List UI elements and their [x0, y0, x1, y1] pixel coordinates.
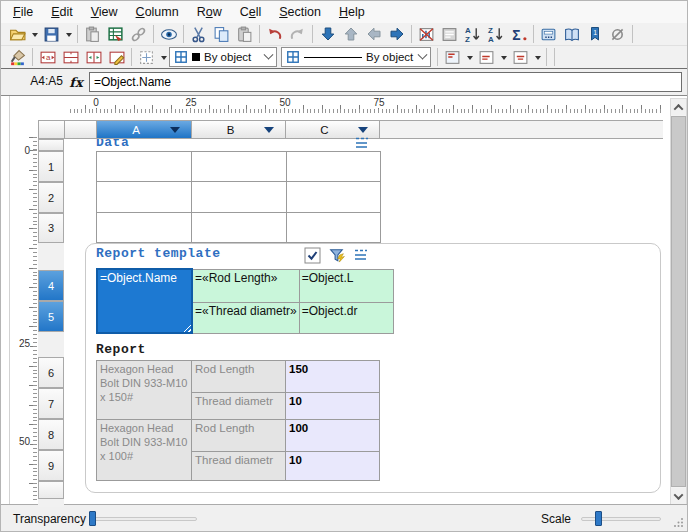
template-cell-object-dr[interactable]: =Object.dr	[299, 302, 393, 333]
row-header-4[interactable]: 4	[38, 270, 64, 301]
paste-special-button[interactable]	[81, 24, 104, 44]
scale-slider-handle[interactable]	[595, 511, 602, 526]
move-right-button[interactable]	[385, 24, 408, 44]
report-param-value[interactable]: 150	[286, 361, 380, 393]
checkbox-checked-icon[interactable]	[304, 247, 321, 264]
reference-book-button[interactable]	[560, 24, 583, 44]
undo-button[interactable]	[263, 24, 286, 44]
align-middle-center-button[interactable]	[509, 47, 532, 67]
sort-descending-button[interactable]: ZA	[484, 24, 507, 44]
open-dropdown[interactable]	[29, 24, 40, 44]
scroll-up-button[interactable]	[671, 99, 686, 115]
menu-view[interactable]: View	[82, 2, 127, 22]
resize-grip-icon[interactable]	[673, 517, 684, 528]
open-button[interactable]	[6, 24, 29, 44]
scrollbar-thumb[interactable]	[671, 116, 686, 487]
template-cell-rod-length-label[interactable]: =«Rod Length»	[192, 269, 299, 302]
report-object-cell[interactable]: Hexagon Head Bolt DIN 933-M10 x 100#	[97, 420, 192, 481]
fit-text-button[interactable]: a	[36, 47, 59, 67]
data-cell[interactable]	[97, 182, 192, 213]
cut-button[interactable]	[187, 24, 210, 44]
data-cell[interactable]	[287, 213, 381, 243]
data-cell[interactable]	[192, 213, 287, 243]
sum-button[interactable]: Σ	[507, 24, 530, 44]
row-header-1[interactable]: 1	[38, 151, 64, 182]
template-cell-object-l[interactable]: =Object.L	[299, 269, 393, 302]
report-param-label[interactable]: Rod Length	[192, 420, 286, 452]
template-cell-object-name[interactable]: =Object.Name	[97, 269, 192, 333]
row-header-2[interactable]: 2	[38, 182, 64, 213]
move-up-button[interactable]	[339, 24, 362, 44]
column-dropdown-icon[interactable]	[264, 127, 274, 133]
align-middle-left-dropdown[interactable]	[498, 47, 509, 67]
sort-ascending-button[interactable]: AZ	[461, 24, 484, 44]
template-cell-thread-label[interactable]: =«Thread diametr»	[192, 302, 299, 333]
move-left-button[interactable]	[362, 24, 385, 44]
format-painter-button[interactable]	[6, 47, 29, 67]
menu-file[interactable]: File	[4, 2, 42, 22]
filter-lightning-icon[interactable]	[328, 247, 346, 264]
column-dropdown-icon[interactable]	[170, 127, 180, 133]
transparency-slider-track[interactable]	[93, 517, 197, 521]
report-param-label[interactable]: Thread diametr	[192, 452, 286, 481]
column-dropdown-icon[interactable]	[358, 127, 368, 133]
report-param-label[interactable]: Rod Length	[192, 361, 286, 393]
data-cell[interactable]	[192, 182, 287, 213]
scale-slider-track[interactable]	[581, 517, 661, 521]
empty-set-button[interactable]	[606, 24, 629, 44]
data-cell[interactable]	[97, 213, 192, 243]
row-header-3[interactable]: 3	[38, 213, 64, 243]
merge-cells-button[interactable]	[59, 47, 82, 67]
split-cells-button[interactable]	[82, 47, 105, 67]
data-cell[interactable]	[192, 152, 287, 182]
report-param-label[interactable]: Thread diametr	[192, 393, 286, 420]
row-header-7[interactable]: 7	[38, 388, 64, 419]
calculator-button[interactable]	[537, 24, 560, 44]
selection-handle[interactable]	[183, 324, 191, 332]
save-button[interactable]	[40, 24, 63, 44]
corner-cell[interactable]	[39, 121, 65, 138]
report-param-value[interactable]: 10	[286, 452, 380, 481]
redo-button[interactable]	[286, 24, 309, 44]
menu-cell[interactable]: Cell	[231, 2, 271, 22]
cell-borders-dropdown[interactable]	[158, 47, 169, 67]
move-down-button[interactable]	[316, 24, 339, 44]
scroll-down-button[interactable]	[671, 488, 686, 504]
align-middle-center-dropdown[interactable]	[532, 47, 543, 67]
section-menu-icon[interactable]	[352, 248, 369, 262]
preview-button[interactable]	[157, 24, 180, 44]
cell-borders-button[interactable]	[135, 47, 158, 67]
align-middle-left-button[interactable]	[475, 47, 498, 67]
column-header-a[interactable]: A	[97, 121, 192, 138]
menu-help[interactable]: Help	[330, 2, 374, 22]
report-param-value[interactable]: 100	[286, 420, 380, 452]
menu-section[interactable]: Section	[270, 2, 330, 22]
row-header-blank[interactable]	[38, 139, 64, 151]
fx-icon[interactable]: fx	[67, 72, 85, 92]
menu-column[interactable]: Column	[127, 2, 188, 22]
transparency-slider-handle[interactable]	[89, 511, 96, 526]
row-header-9[interactable]: 9	[38, 450, 64, 481]
column-header-b[interactable]: B	[192, 121, 286, 138]
export-table-button[interactable]	[104, 24, 127, 44]
save-dropdown[interactable]	[63, 24, 74, 44]
formula-input[interactable]	[89, 72, 682, 92]
section-menu-icon[interactable]	[353, 136, 370, 150]
row-header-6[interactable]: 6	[38, 357, 64, 388]
data-cell[interactable]	[287, 152, 381, 182]
menu-row[interactable]: Row	[188, 2, 231, 22]
copy-button[interactable]	[210, 24, 233, 44]
align-top-left-dropdown[interactable]	[464, 47, 475, 67]
toggle-chart-button[interactable]	[415, 24, 438, 44]
vertical-scrollbar[interactable]	[670, 98, 687, 505]
row-header-8[interactable]: 8	[38, 419, 64, 450]
paste-button[interactable]	[233, 24, 256, 44]
menu-edit[interactable]: Edit	[42, 2, 82, 22]
position-bookmark-button[interactable]: 1	[583, 24, 606, 44]
data-cell[interactable]	[287, 182, 381, 213]
cell-reference[interactable]: A4:A5	[5, 74, 63, 88]
report-param-value[interactable]: 10	[286, 393, 380, 420]
edit-cell-button[interactable]	[105, 47, 128, 67]
border-style-combo[interactable]: By object	[169, 47, 277, 67]
row-header-5[interactable]: 5	[38, 301, 64, 332]
